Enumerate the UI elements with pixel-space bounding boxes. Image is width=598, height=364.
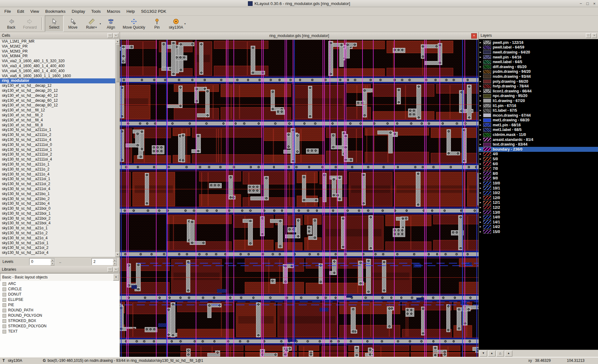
library-object-round_path[interactable]: ROUND_PATH xyxy=(0,308,120,313)
expand-arrow-icon[interactable]: ▶ xyxy=(480,61,483,63)
layer-row[interactable]: ▶14/1 xyxy=(479,220,598,225)
layers-close-icon[interactable]: × xyxy=(592,33,597,38)
layer-row[interactable]: ▶pwell.label - 64/59 xyxy=(479,45,598,50)
cell-item[interactable]: sky130_fd_sc_hd__a21oi_2 xyxy=(0,245,116,250)
menu-tools[interactable]: Tools xyxy=(88,7,104,15)
expand-arrow-icon[interactable]: ▶ xyxy=(480,114,483,117)
layer-swatch[interactable] xyxy=(483,74,491,78)
chevron-down-icon[interactable]: ▼ xyxy=(113,274,119,281)
menu-display[interactable]: Display xyxy=(69,7,88,15)
layer-row[interactable]: ▶poly.drawing - 66/20 xyxy=(479,79,598,84)
libraries-close-icon[interactable]: × xyxy=(113,267,118,272)
layer-row[interactable]: ▶cldntm.mask - 11/0 xyxy=(479,132,598,137)
cell-item[interactable]: sky130_fd_sc_hd__a21boi_1 xyxy=(0,211,116,216)
layer-sort-icon[interactable]: ▲ xyxy=(505,351,512,357)
layer-swatch[interactable] xyxy=(483,181,491,185)
expand-arrow-icon[interactable]: ▶ xyxy=(480,226,483,228)
scroll-down-icon[interactable]: ▼ xyxy=(116,252,120,257)
layer-row[interactable]: ▶12/1 xyxy=(479,200,598,205)
cell-item[interactable]: sky130_fd_sc_hd__a2111o_1 xyxy=(0,128,116,133)
cell-item[interactable]: VIA_via2_3_1600_480_1_5_320_320 xyxy=(0,59,116,64)
cell-item[interactable]: sky130_fd_sc_hd__a21o_4 xyxy=(0,236,116,241)
layer-swatch[interactable] xyxy=(483,162,491,166)
expand-arrow-icon[interactable]: ▶ xyxy=(480,66,483,68)
cell-item[interactable]: sky130_fd_sc_hd__a21oi_4 xyxy=(0,250,116,255)
layer-swatch[interactable] xyxy=(483,176,491,180)
library-object-circle[interactable]: CIRCLE xyxy=(0,287,120,292)
expand-arrow-icon[interactable]: ▶ xyxy=(480,187,483,189)
move-button[interactable]: Move xyxy=(64,16,82,32)
cell-item[interactable]: sky130_ef_sc_hd__decap_60_12 xyxy=(0,98,116,103)
layer-row[interactable]: ▶10/0 xyxy=(479,181,598,186)
expand-arrow-icon[interactable]: ▶ xyxy=(480,231,483,233)
layer-row[interactable]: ▶7/0 xyxy=(479,166,598,171)
library-object-donut[interactable]: DONUT xyxy=(0,292,120,297)
expand-arrow-icon[interactable]: ▶ xyxy=(480,90,483,92)
spin-down-icon[interactable]: ▼ xyxy=(50,262,55,265)
cell-item[interactable]: sky130_fd_sc_hd__a2111oi_1 xyxy=(0,147,116,152)
layer-row[interactable]: ▶mcon.drawing - 67/44 xyxy=(479,113,598,118)
expand-arrow-icon[interactable]: ▶ xyxy=(480,95,483,97)
layer-swatch[interactable] xyxy=(483,210,491,214)
layer-move-up-icon[interactable]: ▲ xyxy=(488,351,496,357)
expand-arrow-icon[interactable]: ▶ xyxy=(480,70,483,73)
library-object-stroked_box[interactable]: STROKED_BOX xyxy=(0,318,120,324)
layer-row[interactable]: ▶diff.drawing - 65/20 xyxy=(479,64,598,69)
expand-arrow-icon[interactable]: ▶ xyxy=(480,192,483,194)
cell-item[interactable]: sky130_fd_sc_hd__a21o_1 xyxy=(0,226,116,231)
spin-up-icon[interactable]: ▲ xyxy=(50,259,55,262)
cell-item[interactable]: sky130_fd_sc_hd__a21boi_4 xyxy=(0,221,116,226)
expand-arrow-icon[interactable]: ▶ xyxy=(480,201,483,204)
menu-bookmarks[interactable]: Bookmarks xyxy=(42,7,69,15)
layer-swatch[interactable] xyxy=(483,205,491,209)
layer-move-top-icon[interactable]: △ xyxy=(496,351,504,357)
cell-item-selected[interactable]: ring_modulator xyxy=(0,78,116,83)
layout-close-icon[interactable]: × xyxy=(471,33,477,39)
layer-row[interactable]: ▶4/0 xyxy=(479,152,598,157)
select-button[interactable]: Select xyxy=(45,16,64,32)
layer-row[interactable]: ▶nwell.label - 64/5 xyxy=(479,59,598,64)
layer-row[interactable]: ▶10/2 xyxy=(479,190,598,195)
layer-row-selected[interactable]: ▶boundary - 236/0 xyxy=(479,147,598,152)
expand-arrow-icon[interactable]: ▶ xyxy=(480,100,483,102)
scroll-up-icon[interactable]: ▲ xyxy=(116,39,120,44)
expand-arrow-icon[interactable]: ▶ xyxy=(480,109,483,112)
library-object-text[interactable]: TEXT xyxy=(0,329,120,334)
layer-row[interactable]: ▶li1.label - 67/5 xyxy=(479,108,598,113)
layer-swatch[interactable] xyxy=(483,55,491,59)
cell-item[interactable]: sky130_fd_sc_hd__a21bo_1 xyxy=(0,192,116,197)
cell-item[interactable]: sky130_ef_sc_hd__fill_4 xyxy=(0,118,116,123)
layer-swatch[interactable] xyxy=(483,157,491,161)
layer-swatch[interactable] xyxy=(483,152,491,156)
expand-arrow-icon[interactable]: ▶ xyxy=(480,221,483,223)
expand-arrow-icon[interactable]: ▶ xyxy=(480,158,483,160)
layer-swatch[interactable] xyxy=(483,196,491,200)
library-object-pie[interactable]: PIE xyxy=(0,302,120,308)
layer-row[interactable]: ▶6/0 xyxy=(479,161,598,166)
layer-row[interactable]: ▶5/0 xyxy=(479,156,598,161)
layer-row[interactable]: ▶met1.label - 68/5 xyxy=(479,128,598,133)
cell-item[interactable]: sky130_fd_sc_hd__a21boi_2 xyxy=(0,216,116,221)
back-button[interactable]: Back xyxy=(2,16,21,32)
layer-swatch[interactable] xyxy=(483,225,491,229)
layer-row[interactable]: ▶12/0 xyxy=(479,195,598,200)
layer-swatch[interactable] xyxy=(483,99,491,103)
expand-arrow-icon[interactable]: ▶ xyxy=(480,46,483,49)
layer-row[interactable]: ▶licon1.drawing - 66/44 xyxy=(479,89,598,94)
expand-arrow-icon[interactable]: ▶ xyxy=(480,211,483,214)
levels-from-spinner[interactable]: 0 ▲▼ xyxy=(29,258,55,265)
cell-item[interactable]: sky130_fd_sc_hd__a211o_1 xyxy=(0,162,116,167)
layer-swatch[interactable] xyxy=(483,89,491,93)
layer-row[interactable]: ▶psdm.drawing - 94/20 xyxy=(479,69,598,74)
layer-row[interactable]: ▶nwell.pin - 64/16 xyxy=(479,55,598,60)
cell-item[interactable]: sky130_fd_sc_hd__a21bo_4 xyxy=(0,201,116,206)
layer-row[interactable]: ▶8/0 xyxy=(479,171,598,176)
cell-item[interactable]: VIA_via4_5_1600_480_1_4_400_400 xyxy=(0,69,116,74)
menu-macros[interactable]: Macros xyxy=(104,7,123,15)
layer-swatch[interactable] xyxy=(483,109,491,113)
forward-button[interactable]: Forward xyxy=(21,16,39,32)
technology-dropdown-icon[interactable]: ▾ xyxy=(184,22,186,25)
layer-swatch[interactable] xyxy=(483,123,491,127)
expand-arrow-icon[interactable]: ▶ xyxy=(480,167,483,170)
expand-arrow-icon[interactable]: ▶ xyxy=(480,41,483,44)
